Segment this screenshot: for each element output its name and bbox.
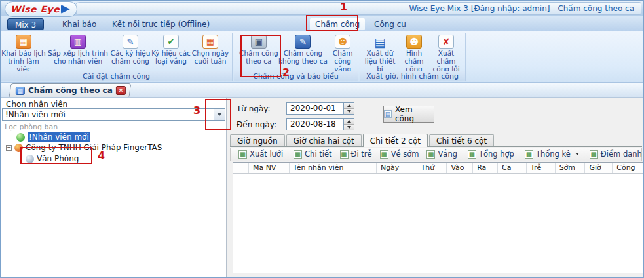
ribbon-button-cham-cong-theo-ca[interactable]: Chấm công theo ca [239, 34, 278, 65]
combobox-value: !Nhân viên mới [3, 110, 214, 119]
column-header[interactable]: Vào [447, 163, 473, 173]
ribbon-toolbar: Khai báo lịch trình làm việc Sắp xếp lịc… [1, 31, 644, 83]
dropdown-arrow-icon [575, 153, 579, 155]
column-header[interactable]: Giờ [585, 163, 613, 173]
column-header[interactable]: Ngày [377, 163, 417, 173]
from-date-label: Từ ngày: [237, 104, 271, 113]
column-header[interactable]: Ca [498, 163, 527, 173]
monitor-pencil-icon [295, 35, 311, 49]
to-date-label: Đến ngày: [237, 120, 276, 129]
spin-down-icon[interactable] [344, 125, 354, 130]
annotation-step-2: 2 [282, 66, 290, 79]
logo-text: Wise Eye [10, 4, 60, 14]
toolbar-button-thong-ke[interactable]: Thống kê [521, 148, 583, 161]
tree-item-van-phong[interactable]: Văn Phòng [26, 153, 79, 164]
tab-gio-nguon[interactable]: Giờ nguồn [230, 134, 285, 146]
ribbon-group-xuat-gio: Xuất dữ liệu thiết bị Hình chấm công Xuấ… [360, 33, 466, 81]
spin-up-icon[interactable] [344, 119, 354, 125]
calendar-orange-icon [16, 35, 31, 49]
tab-chi-tiet-6-cot[interactable]: Chi tiết 6 cột [429, 134, 494, 146]
annotation-step-1: 1 [340, 1, 347, 13]
toolbar-button-di-tre[interactable]: Đi trễ [336, 148, 376, 161]
grid-toolbar: Xuất lưới Chi tiết Đi trễ Về sớm Vắng Tổ… [230, 148, 642, 161]
grid-export-icon [525, 150, 533, 159]
ribbon-button-cham-cong-vang[interactable]: Chấm công vắng [328, 34, 358, 73]
from-date-input[interactable]: 2020-00-01 [286, 102, 344, 115]
column-header[interactable]: Sớm [556, 163, 586, 173]
close-icon[interactable] [116, 86, 126, 95]
doc-pencil-icon [123, 35, 138, 49]
ribbon-button-sap-xep-lich-trinh[interactable]: Sắp xếp lịch trình cho nhân viên [47, 34, 109, 65]
collapse-icon[interactable] [6, 145, 12, 151]
menu-tab-cham-cong[interactable]: Chấm công [310, 18, 365, 30]
column-header[interactable]: Công [613, 163, 644, 173]
column-header[interactable]: Ra [473, 163, 498, 173]
report-icon [384, 110, 392, 118]
column-header[interactable]: Thứ [417, 163, 447, 173]
ribbon-button-cac-ky-hieu[interactable]: Các ký hiệu chấm công [109, 34, 151, 65]
window-title: Wise Eye Mix 3 [Đăng nhập: admin] - Chấm… [409, 4, 634, 13]
document-tab-cham-cong-theo-ca[interactable]: Chấm công theo ca [9, 83, 132, 97]
sphere-icon [26, 155, 34, 163]
grid-export-icon [468, 150, 476, 159]
ribbon-group-cham-cong: Chấm công theo ca Chấm công không theo c… [234, 33, 358, 81]
ribbon-group-label: Chấm công và báo biểu [234, 71, 358, 81]
title-bar: Wise Eye Wise Eye Mix 3 [Đăng nhập: admi… [1, 1, 644, 16]
ribbon-button-ky-hieu-vang[interactable]: Ký hiệu các loại vắng [151, 34, 191, 65]
view-attendance-button[interactable]: Xem công [383, 106, 434, 123]
menu-tab-khai-bao[interactable]: Khai báo [57, 18, 102, 30]
employee-panel: Chọn nhân viên !Nhân viên mới Lọc phòng … [1, 98, 227, 278]
from-date-spinner[interactable] [344, 102, 354, 115]
grid-export-icon [340, 150, 349, 159]
toolbar-button-xuat-luoi[interactable]: Xuất lưới [235, 148, 287, 161]
grid-export-icon [238, 150, 247, 159]
grid-export-icon [380, 150, 388, 159]
ribbon-button-cham-cong-khong-theo-ca[interactable]: Chấm công không theo ca [278, 34, 328, 65]
column-header[interactable]: Trễ [527, 163, 556, 173]
menu-tab-mix3[interactable]: Mix 3 [7, 18, 44, 30]
grid-doc-icon [16, 87, 25, 95]
row-gutter [233, 163, 249, 173]
to-date-spinner[interactable] [344, 118, 354, 130]
toolbar-button-diem-danh[interactable]: Điểm danh n [586, 148, 644, 161]
app-logo: Wise Eye [5, 1, 77, 17]
tree-item-company[interactable]: Công ty TNHH Giải Pháp FingerTAS [6, 142, 162, 153]
spin-up-icon[interactable] [344, 103, 354, 109]
eye-swoosh-icon [61, 5, 70, 14]
ribbon-group-cai-dat: Khai báo lịch trình làm việc Sắp xếp lịc… [1, 33, 233, 81]
green-ball-icon [16, 133, 25, 142]
doc-error-icon [438, 35, 454, 49]
grid-export-icon [590, 150, 598, 159]
doc-person-icon [335, 35, 350, 49]
ribbon-button-khai-bao-lich-trinh[interactable]: Khai báo lịch trình làm việc [1, 34, 47, 73]
column-header[interactable]: Tên nhân viên [290, 163, 377, 173]
to-date-input[interactable]: 2020-08-18 [286, 118, 344, 130]
attendance-grid: Mã NV Tên nhân viên Ngày Thứ Vào Ra Ca T… [233, 162, 644, 273]
export-doc-icon [372, 35, 388, 49]
employee-group-combobox[interactable]: !Nhân viên mới [2, 108, 225, 121]
chevron-down-icon[interactable] [214, 109, 225, 120]
ribbon-button-hinh-cham-cong[interactable]: Hình chấm công [399, 34, 429, 73]
toolbar-button-tong-hop[interactable]: Tổng hợp [464, 148, 518, 161]
menu-tab-ket-noi[interactable]: Kết nối trực tiếp (Offline) [107, 18, 215, 30]
toolbar-button-chi-tiet[interactable]: Chi tiết [290, 148, 335, 161]
filter-label: Lọc phòng ban [5, 123, 58, 131]
grid-export-icon [294, 150, 302, 159]
ribbon-button-xuat-cham-cong-loi[interactable]: Xuất chấm công lỗi [429, 34, 463, 73]
column-header[interactable]: Mã NV [249, 163, 290, 173]
menu-tab-cong-cu[interactable]: Công cụ [369, 18, 411, 30]
schedule-people-icon [70, 35, 86, 49]
grid-header-row: Mã NV Tên nhân viên Ngày Thứ Vào Ra Ca T… [233, 163, 644, 174]
toolbar-button-vang[interactable]: Vắng [423, 148, 461, 161]
annotation-step-4: 4 [98, 149, 105, 162]
tree-item-nhan-vien-moi[interactable]: !Nhân viên mới [16, 132, 90, 142]
tab-gio-chia-hai-cot[interactable]: Giờ chia hai cột [286, 134, 362, 146]
spin-down-icon[interactable] [344, 109, 354, 114]
ribbon-button-chon-ngay-cuoi-tuan[interactable]: Chọn ngày cuối tuần [191, 34, 230, 65]
grid-export-icon [426, 150, 435, 159]
toolbar-button-ve-som[interactable]: Về sớm [376, 148, 423, 161]
result-tab-strip: Giờ nguồn Giờ chia hai cột Chi tiết 2 cộ… [230, 134, 642, 147]
calendar-weekend-icon [202, 35, 218, 49]
ribbon-button-xuat-du-lieu[interactable]: Xuất dữ liệu thiết bị [361, 34, 399, 73]
tab-chi-tiet-2-cot[interactable]: Chi tiết 2 cột [363, 134, 428, 147]
